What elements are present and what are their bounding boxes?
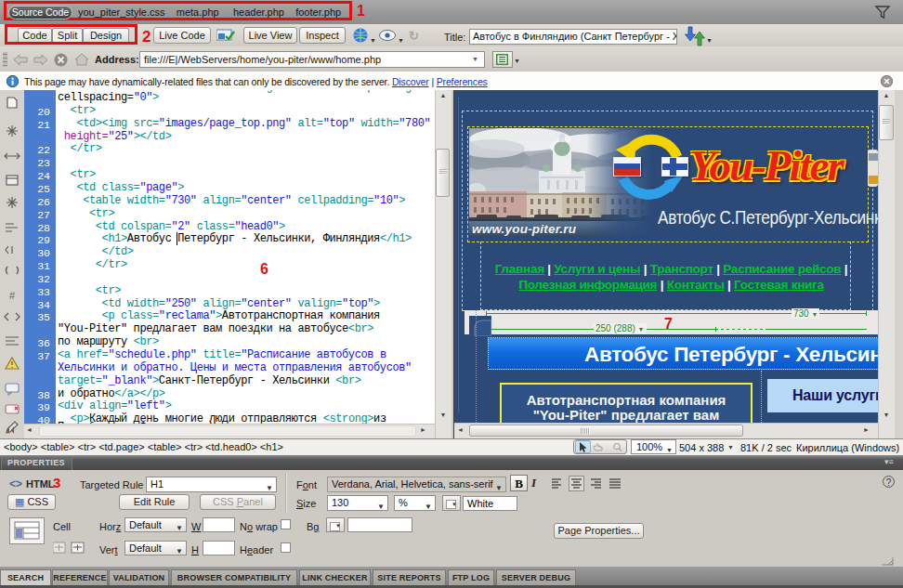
- svg-text:#: #: [9, 290, 16, 301]
